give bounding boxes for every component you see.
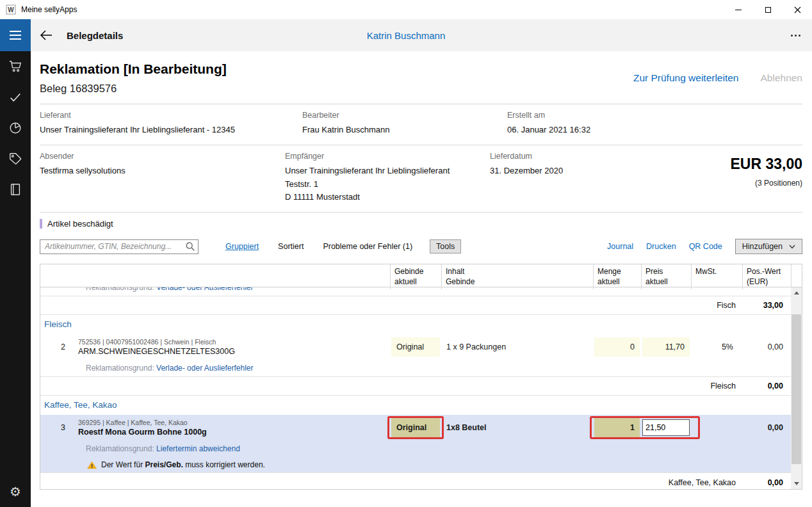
document-number: Beleg 16839576 <box>40 83 227 95</box>
shopping-cart-icon <box>8 60 22 74</box>
scroll-down-button[interactable] <box>791 478 802 489</box>
col-preis-aktuell: Preis aktuell <box>641 264 691 289</box>
subtotal-row-kaffee: Kaffee, Tee, Kakao 0,00 <box>40 472 791 489</box>
minimize-button[interactable] <box>724 0 753 19</box>
svg-text:!: ! <box>91 462 93 469</box>
table-row-3-selected[interactable]: 3 369295 | Kaffee | Kaffee, Tee, Kakao R… <box>40 415 791 440</box>
gebinde-cell: Original <box>391 418 440 437</box>
qr-code-link[interactable]: QR Code <box>689 242 722 251</box>
subtotal-row-fisch: Fisch 33,00 <box>40 296 791 315</box>
menge-cell: 1 <box>594 418 640 437</box>
reklamationsgrund-row-clipped: Reklamationsgrund: Verlade- oder Auslief… <box>40 287 791 296</box>
main-content: Reklamation [In Bearbeitung] Beleg 16839… <box>31 51 812 507</box>
menge-cell: 0 <box>594 337 640 357</box>
pie-chart-icon <box>8 121 22 135</box>
complaint-tag: Artikel beschädigt <box>47 219 113 229</box>
article-meta: 752536 | 04007951002486 | Schwein | Flei… <box>78 338 390 346</box>
svg-text:W: W <box>8 6 14 13</box>
close-button[interactable] <box>783 0 812 19</box>
reklamationsgrund-row-3: Reklamationsgrund: Liefertermin abweiche… <box>40 440 791 457</box>
sidebar-item-settings[interactable]: ⚙ <box>0 476 31 507</box>
warning-triangle-icon: ! <box>87 461 97 469</box>
current-user[interactable]: Katrin Buschmann <box>0 30 812 41</box>
preis-cell: 11,70 <box>642 337 690 357</box>
col-menge-aktuell: Menge aktuell <box>593 264 641 289</box>
sidebar-item-reports[interactable] <box>0 113 31 143</box>
app-logo-icon: W <box>6 4 16 15</box>
close-icon <box>794 6 801 13</box>
search-input[interactable] <box>40 239 199 254</box>
col-pos-wert: Pos.-Wert (EUR) <box>742 264 791 289</box>
sidebar: ⚙ <box>0 51 31 507</box>
price-tag-icon <box>8 152 22 166</box>
sidebar-item-orders[interactable] <box>0 51 31 82</box>
sidebar-item-promotions[interactable] <box>0 143 31 174</box>
article-name: ARM.SCHWEINEGESCHNETZELTES300G <box>78 347 390 356</box>
forward-for-review-button[interactable]: Zur Prüfung weiterleiten <box>633 72 739 84</box>
maximize-icon <box>765 7 771 13</box>
tag-color-bar <box>40 219 42 229</box>
field-empfaenger: Empfänger Unser Trainingslieferant Ihr L… <box>285 152 490 204</box>
field-lieferant: Lieferant Unser Trainingslieferant Ihr L… <box>40 111 302 137</box>
group-header-fleisch[interactable]: Fleisch <box>40 315 791 334</box>
maximize-button[interactable] <box>753 0 783 19</box>
total-positions: (3 Positionen) <box>730 179 802 188</box>
more-options-button[interactable] <box>791 35 800 36</box>
scrollbar-thumb[interactable] <box>792 314 801 464</box>
filter-sortiert[interactable]: Sortiert <box>278 242 304 251</box>
scroll-up-button[interactable] <box>791 287 802 298</box>
hinzufuegen-button[interactable]: Hinzufügen <box>735 239 802 254</box>
table-row-2[interactable]: 2 752536 | 04007951002486 | Schwein | Fl… <box>40 334 791 360</box>
table-body: Reklamationsgrund: Verlade- oder Auslief… <box>40 287 802 489</box>
gebinde-cell: Original <box>391 337 440 357</box>
col-inhalt-gebinde: Inhalt Gebinde <box>441 264 593 289</box>
preis-input[interactable] <box>642 419 690 436</box>
field-lieferdatum: Lieferdatum 31. Dezember 2020 <box>490 152 631 204</box>
inhalt-cell: 1 x 9 Packungen <box>441 342 593 351</box>
col-gebinde-aktuell: Gebinde aktuell <box>390 264 441 289</box>
pos-wert-cell: 0,00 <box>742 342 791 351</box>
sidebar-item-catalog[interactable] <box>0 174 31 205</box>
warning-text: Der Wert für Preis/Geb. muss korrigiert … <box>101 460 265 469</box>
pos-wert-cell: 0,00 <box>742 423 791 432</box>
filter-gruppiert[interactable]: Gruppiert <box>225 242 259 251</box>
inhalt-cell: 1x8 Beutel <box>441 423 593 432</box>
reklamationsgrund-row-2: Reklamationsgrund: Verlade- oder Auslief… <box>40 360 791 376</box>
positions-table: Gebinde aktuell Inhalt Gebinde Menge akt… <box>40 264 802 490</box>
search-icon[interactable] <box>185 241 195 254</box>
mwst-cell: 5% <box>691 342 742 351</box>
subtotal-row-fleisch: Fleisch 0,00 <box>40 376 791 396</box>
catalog-icon <box>8 182 22 197</box>
validation-warning-row: ! Der Wert für Preis/Geb. muss korrigier… <box>40 457 791 472</box>
field-absender: Absender Testfirma sellysolutions <box>40 152 285 204</box>
total-amount: EUR 33,00 <box>730 156 802 173</box>
field-bearbeiter: Bearbeiter Frau Katrin Buschmann <box>302 111 507 137</box>
checkmark-icon <box>8 90 22 104</box>
ellipsis-icon <box>791 35 793 36</box>
titlebar: W Meine sellyApps <box>0 0 812 19</box>
table-header: Gebinde aktuell Inhalt Gebinde Menge akt… <box>40 264 802 287</box>
document-title: Reklamation [In Bearbeitung] <box>40 61 227 77</box>
app-header: Belegdetails Katrin Buschmann <box>0 19 812 51</box>
document-total: EUR 33,00 (3 Positionen) <box>730 152 802 204</box>
filter-probleme-fehler[interactable]: Probleme oder Fehler (1) <box>323 242 412 251</box>
col-mwst: MwSt. <box>691 264 742 289</box>
window-title: Meine sellyApps <box>21 5 77 14</box>
journal-link[interactable]: Journal <box>607 242 633 251</box>
minimize-icon <box>735 10 742 10</box>
drucken-link[interactable]: Drucken <box>646 242 676 251</box>
settings-gear-icon: ⚙ <box>10 485 21 498</box>
vertical-scrollbar[interactable] <box>791 287 802 489</box>
sidebar-item-tasks[interactable] <box>0 82 31 113</box>
article-meta: 369295 | Kaffee | Kaffee, Tee, Kakao <box>78 419 390 426</box>
group-header-kaffee[interactable]: Kaffee, Tee, Kakao <box>40 396 791 415</box>
reject-button[interactable]: Ablehnen <box>760 72 802 84</box>
field-erstellt-am: Erstellt am 06. Januar 2021 16:32 <box>507 111 802 137</box>
tools-button[interactable]: Tools <box>430 239 461 254</box>
scroll-up-icon <box>794 291 799 294</box>
scroll-down-icon <box>794 482 799 485</box>
article-name: Roestf Mona Gourm Bohne 1000g <box>78 428 390 437</box>
chevron-down-icon <box>789 245 795 249</box>
